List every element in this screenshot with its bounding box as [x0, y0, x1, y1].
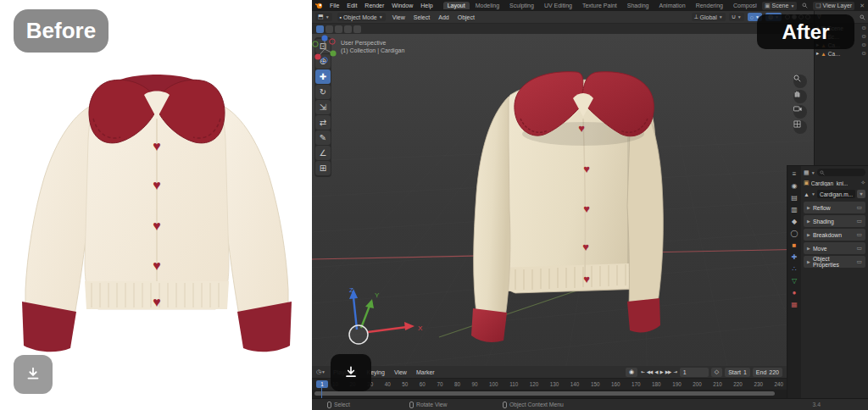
camera-visibility-icon[interactable]: ⊙ — [862, 25, 866, 31]
view-layer-icon: ❏ — [815, 3, 821, 9]
measure-tool-icon[interactable]: ∠ — [315, 146, 331, 160]
play-button[interactable]: ▶ — [659, 369, 663, 374]
viewport-menu-object[interactable]: Object — [456, 14, 476, 20]
orientation-dropdown[interactable]: ⟂ Global ▼ — [692, 13, 726, 21]
pin-icon[interactable]: ✧ — [860, 180, 865, 186]
tab-modeling[interactable]: Modeling — [471, 2, 504, 9]
frame-end-field[interactable]: End 220 — [753, 368, 782, 377]
download-after-button[interactable] — [331, 354, 371, 391]
tab-compositing[interactable]: Compositing — [729, 2, 757, 9]
object-data-properties-tab[interactable]: ▽ — [792, 278, 797, 285]
frame-start-field[interactable]: Start 1 — [725, 368, 750, 377]
mesh-data-icon: ▲ — [804, 191, 810, 197]
tab-sculpting[interactable]: Sculpting — [505, 2, 538, 9]
tab-rendering[interactable]: Rendering — [692, 2, 727, 9]
timeline-menu-marker[interactable]: Marker — [415, 369, 437, 375]
timeline-ruler[interactable]: 1 10203040506070809010011012013014015016… — [312, 379, 787, 390]
jump-start-button[interactable]: ⇤ — [640, 369, 645, 374]
timeline-scrollbar[interactable] — [312, 390, 787, 398]
modifiers-properties-tab[interactable]: ✚ — [792, 254, 798, 261]
camera-visibility-icon[interactable]: ⊙ — [862, 42, 866, 48]
scrollbar-thumb[interactable] — [314, 391, 775, 396]
world-properties-tab[interactable]: ◯ — [791, 230, 798, 237]
auto-keying-button[interactable]: ◉ — [626, 368, 637, 377]
current-frame-pill[interactable]: 1 — [316, 380, 328, 388]
tab-uv-editing[interactable]: UV Editing — [540, 2, 576, 9]
data-name-row: ▲▼ Cardigan.m... ♥ — [804, 190, 865, 198]
tool-settings-toggle-2[interactable] — [326, 25, 333, 33]
menu-window[interactable]: Window — [390, 3, 415, 8]
play-reverse-button[interactable]: ◀ — [654, 369, 658, 374]
editor-type-button[interactable]: ◷▼ — [316, 368, 326, 375]
move-tool-icon[interactable]: ✚ — [315, 69, 331, 84]
view-layer-selector[interactable]: ❏ View Layer — [813, 2, 854, 10]
outliner-row[interactable]: ▸▲Ca…⊙ — [815, 49, 868, 58]
timeline-menu-view[interactable]: View — [392, 369, 409, 375]
mesh-icon: ▲ — [821, 51, 826, 57]
particles-properties-tab[interactable]: ∴ — [792, 266, 796, 273]
tab-layout[interactable]: Layout — [443, 2, 470, 9]
camera-view-button[interactable] — [793, 105, 807, 119]
jump-end-button[interactable]: ⇥ — [672, 369, 677, 374]
texture-properties-tab[interactable]: ▦ — [791, 302, 798, 308]
scene-properties-tab[interactable]: ◆ — [792, 219, 797, 225]
view-name: User Perspective — [341, 39, 404, 47]
section-breakdown[interactable]: ▶Breakdown▭ — [804, 229, 865, 241]
download-before-button[interactable] — [14, 355, 53, 394]
tool-settings-toggle-1[interactable] — [316, 25, 324, 33]
section-move[interactable]: ▶Move▭ — [804, 242, 865, 254]
menu-render[interactable]: Render — [363, 3, 386, 8]
close-icon[interactable]: ✕ — [860, 3, 865, 9]
prev-keyframe-button[interactable]: ◀◀ — [646, 369, 653, 374]
data-name-field[interactable]: Cardigan.m... — [817, 190, 855, 198]
current-frame-field[interactable]: 1 — [680, 368, 709, 377]
heart-button: ♥ — [153, 258, 161, 273]
scene-selector[interactable]: ▣ Scene ▼ — [762, 2, 797, 10]
mode-dropdown[interactable]: ▪ Object Mode ▼ — [337, 13, 386, 21]
snap-toggle[interactable]: ∪▼ — [729, 13, 744, 21]
fake-user-icon[interactable]: ♥ — [857, 190, 865, 198]
camera-visibility-icon[interactable]: ⊙ — [862, 50, 866, 57]
search-icon[interactable] — [802, 3, 808, 9]
view-layer-properties-tab[interactable]: ▥ — [791, 207, 798, 213]
viewport-menu-add[interactable]: Add — [437, 14, 450, 20]
section-object-properties[interactable]: ▶Object Properties▭ — [804, 256, 865, 268]
tool-properties-tab[interactable]: ≡ — [793, 171, 797, 178]
menu-edit[interactable]: Edit — [345, 3, 359, 8]
section-shading[interactable]: ▶Shading▭ — [804, 215, 865, 227]
viewport-menu-view[interactable]: View — [391, 14, 407, 20]
tab-animation[interactable]: Animation — [655, 2, 690, 9]
expand-icon[interactable]: ▸ — [816, 50, 819, 57]
section-reflow[interactable]: ▶Reflow▭ — [804, 202, 865, 213]
physics-properties-tab[interactable]: ● — [793, 290, 797, 296]
output-properties-tab[interactable]: ▤ — [791, 195, 798, 202]
zoom-view-button[interactable] — [793, 75, 807, 88]
menu-help[interactable]: Help — [419, 3, 434, 8]
cardigan-3d-model[interactable]: ♥ ♥ ♥ ♥ ♥ — [458, 66, 712, 346]
keyframe-icon-button[interactable]: ◇ — [711, 368, 722, 377]
editor-type-icon[interactable]: ▦ — [804, 169, 810, 176]
toggle-perspective-button[interactable] — [793, 120, 807, 134]
menu-file[interactable]: File — [328, 3, 341, 8]
tool-settings-toggle-5[interactable] — [353, 25, 361, 33]
search-icon[interactable] — [860, 14, 865, 20]
properties-search-input[interactable] — [817, 169, 865, 176]
add-cube-tool-icon[interactable]: ⊞ — [315, 161, 331, 175]
viewport-menu-select[interactable]: Select — [412, 14, 431, 20]
tab-texture-paint[interactable]: Texture Paint — [578, 2, 621, 9]
next-keyframe-button[interactable]: ▶▶ — [665, 369, 671, 374]
tab-shading[interactable]: Shading — [623, 2, 654, 9]
tool-settings-toggle-4[interactable] — [344, 25, 352, 33]
camera-visibility-icon[interactable]: ⊙ — [862, 33, 866, 40]
navigation-gizmo[interactable] — [312, 34, 337, 64]
object-properties-tab[interactable]: ■ — [793, 242, 797, 249]
editor-type-button[interactable]: ⬒▼ — [315, 13, 332, 21]
pan-view-button[interactable] — [793, 90, 807, 103]
annotate-tool-icon[interactable]: ✎ — [315, 130, 331, 145]
rotate-tool-icon[interactable]: ↻ — [315, 85, 331, 99]
render-properties-tab[interactable]: ◉ — [792, 183, 798, 190]
scale-tool-icon[interactable]: ⇲ — [315, 100, 331, 114]
transform-tool-icon[interactable]: ⇄ — [315, 115, 331, 130]
tool-settings-toggle-3[interactable] — [335, 25, 342, 33]
viewport-canvas[interactable]: ♥ ♥ ♥ ♥ ♥ Z Y X User Perspective — [312, 34, 814, 366]
